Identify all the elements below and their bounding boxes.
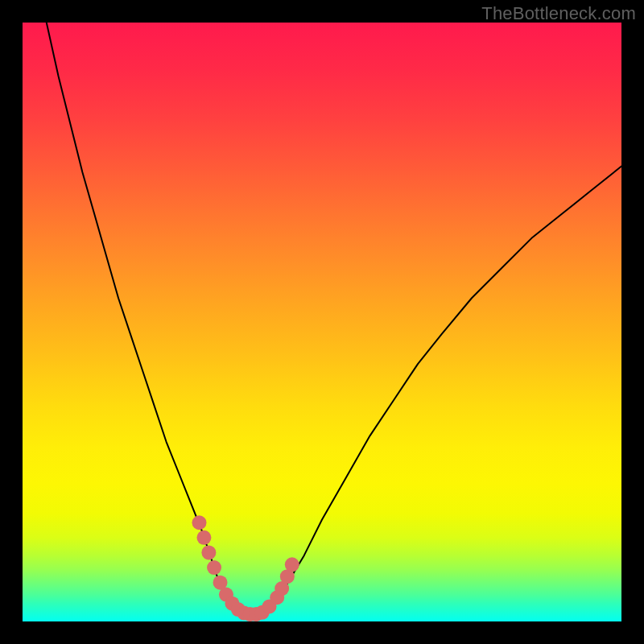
bottleneck-curve bbox=[47, 23, 621, 616]
highlight-marker bbox=[285, 557, 299, 572]
highlight-marker bbox=[207, 560, 221, 575]
highlight-marker bbox=[201, 545, 216, 559]
highlight-marker bbox=[192, 515, 206, 530]
chart-svg bbox=[23, 23, 621, 621]
watermark-text: TheBottleneck.com bbox=[481, 3, 636, 24]
chart-frame: TheBottleneck.com bbox=[0, 0, 644, 644]
plot-area bbox=[23, 23, 621, 621]
highlight-marker bbox=[196, 530, 211, 545]
highlight-markers bbox=[192, 515, 299, 621]
